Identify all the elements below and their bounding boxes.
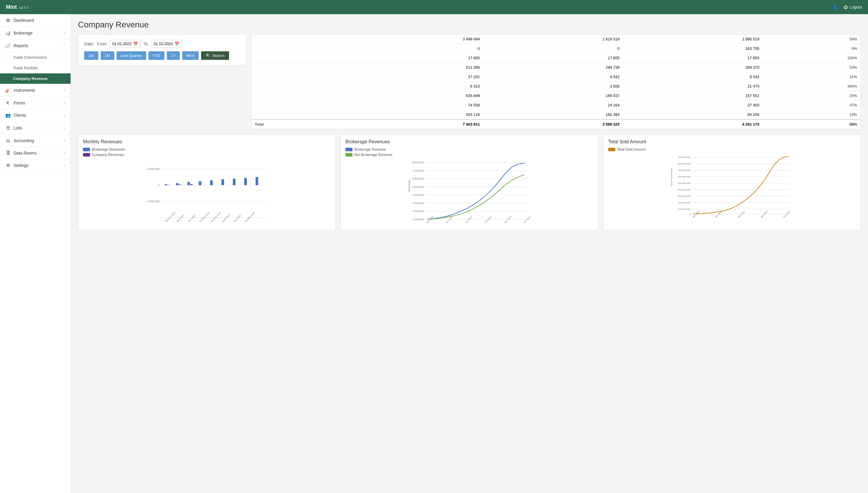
svg-text:8,000,000: 8,000,000 xyxy=(412,161,424,164)
legend-net-brokerage: Net Brokerage Revenue xyxy=(345,153,593,157)
brokerage-legend: Brokerage Revenue Net Brokerage Revenue xyxy=(345,147,593,157)
button-row: 1W 1M Last Quarter YTD 1Y MAX 🔍 Search xyxy=(84,51,240,60)
lists-icon: ☰ xyxy=(5,125,11,131)
total-row: Total 7 403 811 3 590 325 4 261 175 58% xyxy=(251,120,861,129)
calendar-icon-to: 📅 xyxy=(175,42,179,46)
data-rooms-icon: 🗄 xyxy=(5,150,11,155)
reports-icon: 📈 xyxy=(5,43,11,48)
svg-text:Apr 2023: Apr 2023 xyxy=(504,216,512,224)
legend-color-net xyxy=(345,153,352,156)
svg-text:January 2022: January 2022 xyxy=(164,211,176,223)
svg-rect-7 xyxy=(165,184,167,185)
svg-rect-14 xyxy=(244,178,247,185)
total-col3: 4 261 175 xyxy=(623,120,763,129)
svg-rect-11 xyxy=(210,180,213,186)
table-row: 503 116 182 394 65 204 13% xyxy=(251,110,861,120)
legend-brokerage-revenues: Brokerage Revenues xyxy=(83,147,331,152)
filter-panel: Date: From 01.01.2022 📅 To 31.10.2023 📅 xyxy=(78,34,246,129)
svg-text:Jul 2022: Jul 2022 xyxy=(465,216,473,224)
sidebar-item-company-revenue[interactable]: Company Revenue xyxy=(0,73,70,84)
svg-rect-8 xyxy=(176,183,179,185)
svg-text:Total Sold Amount: Total Sold Amount xyxy=(670,168,673,186)
table-row: 27 201 8 542 8 542 31% xyxy=(251,72,861,82)
svg-text:July 2022: July 2022 xyxy=(187,214,196,223)
app-title: Mint v2.7.7 xyxy=(6,4,28,10)
btn-ytd[interactable]: YTD xyxy=(148,51,164,60)
sidebar-item-prices[interactable]: € Prices › xyxy=(0,97,70,109)
svg-text:April 2022: April 2022 xyxy=(176,214,185,223)
svg-rect-12 xyxy=(221,179,224,185)
topbar: Mint v2.7.7 👤 ⏻ Logout xyxy=(0,0,868,14)
svg-text:January 2023: January 2023 xyxy=(210,211,221,223)
user-button[interactable]: 👤 xyxy=(832,5,837,9)
btn-1m[interactable]: 1M xyxy=(101,51,114,60)
total-col1: 7 403 811 xyxy=(344,120,483,129)
sidebar-item-settings[interactable]: ⚙ Settings › xyxy=(0,159,70,172)
col1-val: 3 499 064 xyxy=(344,35,483,44)
revenue-table-panel: 3 499 064 1 619 318 1 890 519 54% 0 0 16… xyxy=(251,34,861,129)
to-label: To xyxy=(143,42,148,46)
svg-text:1,000,000: 1,000,000 xyxy=(412,218,424,221)
total-sold-legend: Total Sold Amount xyxy=(608,147,856,152)
svg-text:Jan 2023: Jan 2023 xyxy=(737,210,745,218)
sidebar-item-reports[interactable]: 📈 Reports ˅ xyxy=(0,40,70,52)
svg-text:2,000,000: 2,000,000 xyxy=(412,210,424,213)
total-col4: 58% xyxy=(763,120,861,129)
svg-text:October 2023: October 2023 xyxy=(244,211,256,223)
btn-max[interactable]: MAX xyxy=(182,51,199,60)
legend-color-br xyxy=(345,148,352,151)
sidebar-item-brokerage[interactable]: 📊 Brokerage › xyxy=(0,27,70,40)
legend-total-sold: Total Sold Amount xyxy=(608,147,856,152)
chevron-down-icon: ˅ xyxy=(63,44,65,48)
brokerage-icon: 📊 xyxy=(5,30,11,36)
sidebar-item-trade-portfolio[interactable]: Trade Portfolio xyxy=(0,63,70,73)
filter-section: Date: From 01.01.2022 📅 To 31.10.2023 📅 xyxy=(78,34,246,65)
sidebar-item-instruments[interactable]: 🎸 Instruments › xyxy=(0,84,70,97)
svg-text:July 2023: July 2023 xyxy=(233,214,242,223)
svg-rect-15 xyxy=(256,177,258,186)
monthly-chart-title: Monthly Revenues xyxy=(83,139,331,145)
sidebar-item-lists[interactable]: ☰ Lists › xyxy=(0,122,70,134)
table-row: 635 849 166 037 157 551 25% xyxy=(251,91,861,101)
svg-text:400,000,000: 400,000,000 xyxy=(678,188,690,191)
svg-text:5,000,000: 5,000,000 xyxy=(412,186,424,188)
svg-rect-17 xyxy=(179,185,181,185)
date-label: Date: xyxy=(84,42,94,46)
svg-text:Oct 2023: Oct 2023 xyxy=(523,216,531,224)
svg-text:3,000,000: 3,000,000 xyxy=(412,202,424,205)
date-to-input[interactable]: 31.10.2023 📅 xyxy=(151,40,182,48)
sidebar-item-trade-commissions[interactable]: Trade Commissions xyxy=(0,52,70,63)
table-row: 74 558 24 164 27 403 37% xyxy=(251,101,861,110)
search-button[interactable]: 🔍 Search xyxy=(201,51,229,60)
top-section: Date: From 01.01.2022 📅 To 31.10.2023 📅 xyxy=(78,34,861,129)
svg-text:700,000,000: 700,000,000 xyxy=(678,169,690,172)
brokerage-revenues-chart: 8,000,000 7,000,000 6,000,000 5,000,000 … xyxy=(345,159,593,224)
btn-1y[interactable]: 1Y xyxy=(167,51,180,60)
logout-button[interactable]: ⏻ Logout xyxy=(844,5,862,9)
sidebar-item-accounting[interactable]: 🗂 Accounting › xyxy=(0,134,70,147)
sidebar-item-clients[interactable]: 👥 Clients › xyxy=(0,109,70,122)
svg-text:April 2023: April 2023 xyxy=(221,214,230,223)
sidebar-item-dashboard[interactable]: ⊞ Dashboard xyxy=(0,14,70,27)
svg-rect-10 xyxy=(199,181,201,185)
calendar-icon-from: 📅 xyxy=(133,42,138,46)
svg-text:4,000,000: 4,000,000 xyxy=(412,193,424,196)
btn-1w[interactable]: 1W xyxy=(84,51,98,60)
date-from-input[interactable]: 01.01.2022 📅 xyxy=(109,40,141,48)
svg-text:October 2022: October 2022 xyxy=(199,211,210,223)
brokerage-revenues-card: Brokerage Revenues Brokerage Revenue Net… xyxy=(340,134,598,230)
svg-text:Apr 2023: Apr 2023 xyxy=(760,210,768,218)
total-sold-title: Total Sold Amount xyxy=(608,139,856,145)
sidebar: ⊞ Dashboard 📊 Brokerage › 📈 Reports ˅ Tr… xyxy=(0,14,71,493)
sidebar-item-data-rooms[interactable]: 🗄 Data Rooms › xyxy=(0,147,70,159)
btn-last-quarter[interactable]: Last Quarter xyxy=(117,51,146,60)
revenue-table: 3 499 064 1 619 318 1 890 519 54% 0 0 16… xyxy=(251,35,861,129)
total-sold-chart: 900,000,000 800,000,000 700,000,000 600,… xyxy=(608,154,856,219)
svg-text:-2,000,000: -2,000,000 xyxy=(146,200,160,203)
main-content: Company Revenue Date: From 01.01.2022 📅 … xyxy=(71,14,868,493)
chevron-right-icon-8: › xyxy=(64,163,65,168)
total-sold-card: Total Sold Amount Total Sold Amount xyxy=(603,134,861,230)
svg-text:Jan 2022: Jan 2022 xyxy=(691,210,700,218)
charts-row: Monthly Revenues Brokerage Revenues Comp… xyxy=(78,134,861,230)
accounting-icon: 🗂 xyxy=(5,138,11,143)
